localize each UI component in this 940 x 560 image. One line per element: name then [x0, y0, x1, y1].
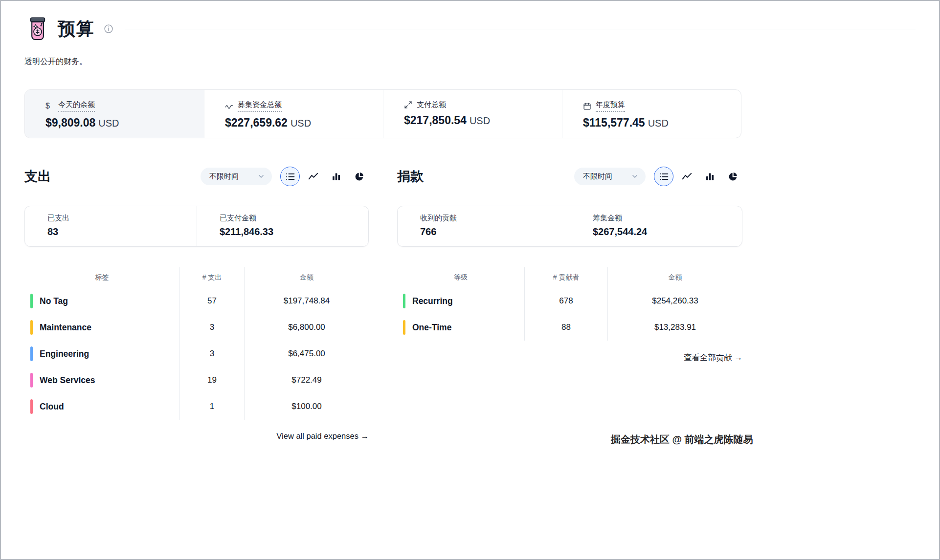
header-divider: [125, 29, 916, 29]
stat-label[interactable]: 今天的余额: [58, 100, 95, 112]
column-header-tier: 等级: [397, 267, 524, 288]
summary-value: $267,544.24: [593, 226, 742, 237]
tag-color-bar: [30, 294, 33, 308]
table-cell-amount: $197,748.84: [244, 288, 369, 314]
summary-value: 766: [420, 226, 570, 237]
table-cell-amount: $6,475.00: [244, 341, 369, 367]
stat-label-row: 支付总额: [404, 100, 562, 109]
budget-page: 预算 透明公开的财务。 $ 今天的余额 $9,809.08USD: [0, 0, 940, 560]
expenses-list-view-button[interactable]: [280, 167, 300, 186]
summary-label: 已支付金额: [220, 214, 368, 223]
expenses-count-summary: 已支出 83: [25, 206, 197, 246]
table-cell-amount: $13,283.91: [607, 314, 742, 341]
tier-color-bar: [403, 294, 405, 308]
table-cell-count: 3: [179, 314, 244, 341]
tag-color-bar: [30, 346, 33, 361]
expenses-bar-chart-view-button[interactable]: [326, 167, 346, 186]
summary-label: 收到的贡献: [420, 214, 570, 223]
expenses-summary-card: 已支出 83 已支付金额 $211,846.33: [24, 206, 369, 247]
stat-todays-balance: $ 今天的余额 $9,809.08USD: [25, 90, 204, 138]
tier-color-bar: [403, 320, 405, 335]
summary-value: 83: [47, 226, 197, 237]
table-cell-count: 1: [179, 393, 244, 420]
table-row-tag[interactable]: Engineering: [24, 341, 179, 367]
expenses-pie-chart-view-button[interactable]: [349, 167, 369, 186]
info-icon[interactable]: [104, 24, 113, 34]
currency-label: USD: [470, 115, 490, 126]
expenses-time-filter-value: 不限时间: [209, 172, 239, 181]
stat-value: $217,850.54USD: [404, 114, 562, 127]
column-header-amount: 金额: [244, 267, 369, 288]
table-cell-count: 57: [179, 288, 244, 314]
contributions-list-view-button[interactable]: [654, 167, 673, 186]
view-all-contributions-link[interactable]: 查看全部贡献 →: [397, 352, 742, 363]
column-header-tag: 标签: [24, 267, 179, 288]
stat-label-row: $ 今天的余额: [45, 100, 204, 112]
contributions-count-summary: 收到的贡献 766: [398, 206, 570, 246]
table-cell-amount: $722.49: [244, 367, 369, 393]
contributions-title: 捐款: [397, 168, 424, 185]
stat-label-row: 募集资金总额: [225, 100, 383, 112]
column-header-contributors: # 贡献者: [524, 267, 607, 288]
expenses-amount-summary: 已支付金额 $211,846.33: [197, 206, 368, 246]
stat-label-row: 年度预算: [583, 100, 741, 112]
table-row-tag[interactable]: Web Services: [24, 367, 179, 393]
expenses-time-filter-dropdown[interactable]: 不限时间: [201, 168, 272, 185]
summary-label: 筹集金额: [593, 214, 742, 223]
stat-label[interactable]: 募集资金总额: [238, 100, 282, 112]
calendar-icon: [583, 102, 591, 110]
tag-color-bar: [30, 320, 33, 335]
stat-label: 支付总额: [417, 100, 446, 109]
tag-color-bar: [30, 373, 33, 388]
currency-label: USD: [98, 118, 119, 129]
stat-value: $115,577.45USD: [583, 116, 741, 129]
currency-label: USD: [291, 118, 311, 129]
contributions-time-filter-dropdown[interactable]: 不限时间: [574, 168, 646, 185]
table-row-tag[interactable]: Maintenance: [24, 314, 179, 341]
trend-icon: [225, 102, 233, 110]
contributions-bar-chart-view-button[interactable]: [700, 167, 719, 186]
page-content: 预算 透明公开的财务。 $ 今天的余额 $9,809.08USD: [1, 1, 939, 441]
table-cell-count: 19: [179, 367, 244, 393]
watermark: 掘金技术社区 @ 前端之虎陈随易: [611, 433, 753, 446]
chevron-down-icon: [257, 172, 265, 180]
table-cell-amount: $6,800.00: [244, 314, 369, 341]
expenses-line-chart-view-button[interactable]: [303, 167, 323, 186]
contributions-summary-card: 收到的贡献 766 筹集金额 $267,544.24: [397, 206, 742, 247]
tag-color-bar: [30, 399, 33, 414]
summary-value: $211,846.33: [220, 226, 368, 237]
money-jar-icon: [24, 16, 51, 42]
page-subtitle: 透明公开的财务。: [24, 57, 916, 67]
page-header: 预算: [24, 16, 916, 42]
contributions-controls: 不限时间: [574, 167, 742, 186]
summary-label: 已支出: [47, 214, 197, 223]
contributions-line-chart-view-button[interactable]: [677, 167, 696, 186]
expenses-table: 标签 # 支出 金额 No Tag 57 $197,748.84 Mainten…: [24, 267, 369, 420]
table-row-tier[interactable]: Recurring: [397, 288, 524, 314]
view-all-expenses-link[interactable]: View all paid expenses →: [24, 431, 369, 441]
stat-total-raised: 募集资金总额 $227,659.62USD: [204, 90, 383, 138]
expenses-controls: 不限时间: [201, 167, 369, 186]
contributions-section: 捐款 不限时间: [397, 166, 742, 441]
contributions-pie-chart-view-button[interactable]: [723, 167, 742, 186]
table-cell-contributors: 678: [524, 288, 607, 314]
stat-label[interactable]: 年度预算: [596, 100, 625, 112]
table-row-tier[interactable]: One-Time: [397, 314, 524, 341]
table-row-tag[interactable]: Cloud: [24, 393, 179, 420]
stat-yearly-budget: 年度预算 $115,577.45USD: [562, 90, 741, 138]
chevron-down-icon: [631, 172, 639, 180]
table-cell-amount: $254,260.33: [607, 288, 742, 314]
stat-value: $227,659.62USD: [225, 116, 383, 129]
contributions-time-filter-value: 不限时间: [583, 172, 612, 181]
expand-icon: [404, 101, 412, 109]
table-row-tag[interactable]: No Tag: [24, 288, 179, 314]
contributions-amount-summary: 筹集金额 $267,544.24: [570, 206, 742, 246]
contributions-table: 等级 # 贡献者 金额 Recurring 678 $254,260.33 On…: [397, 267, 742, 341]
table-cell-contributors: 88: [524, 314, 607, 341]
stats-bar: $ 今天的余额 $9,809.08USD 募集资金总额 $: [24, 89, 741, 138]
table-cell-count: 3: [179, 341, 244, 367]
page-title: 预算: [58, 17, 95, 41]
expenses-title: 支出: [24, 168, 51, 185]
contributions-header: 捐款 不限时间: [397, 166, 742, 187]
expenses-header: 支出 不限时间: [24, 166, 369, 187]
